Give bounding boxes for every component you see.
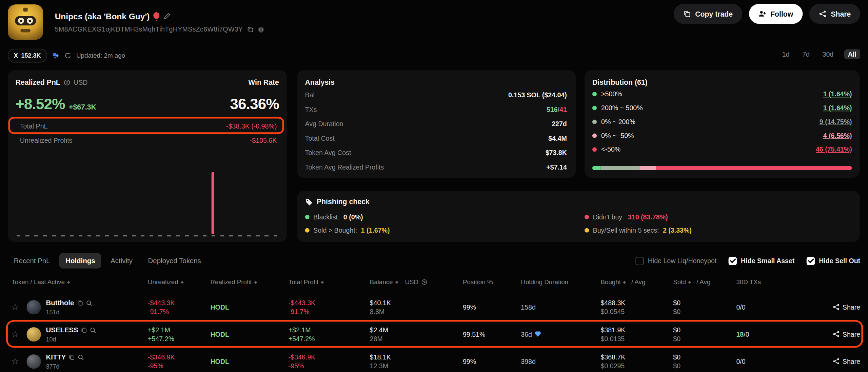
tab-deployed-tokens[interactable]: Deployed Tokens [142, 253, 207, 269]
distribution-count-link[interactable]: 9 (14.75%) [820, 118, 852, 126]
unrealized-profits-value: -$105.6K [250, 137, 277, 144]
share-button[interactable]: Share [809, 4, 860, 24]
distribution-row-1: 200% ~ 500% 1 (1.64%) [592, 104, 852, 112]
col-holding-duration[interactable]: Holding Duration [521, 278, 568, 285]
token-avatar[interactable] [26, 354, 41, 368]
copy-address-icon[interactable] [247, 26, 254, 33]
total-profit-cell: -$443.3K-91.7% [289, 298, 316, 316]
filter-hide-low-liq[interactable]: Hide Low Liq/Honeypot [636, 257, 716, 265]
x-twitter-icon: X [14, 52, 18, 59]
position-cell: 99% [463, 303, 476, 311]
txs-cell: 0/0 [736, 303, 745, 311]
profile-avatar [8, 4, 43, 40]
tab-recent-pnl[interactable]: Recent PnL [8, 253, 56, 269]
balance-cell: $18.1K12.3M [370, 352, 391, 370]
balance-cell: $40.1K8.8M [370, 298, 391, 316]
col-bought-avg[interactable]: Bought/ Avg [600, 278, 645, 285]
col-sold-avg[interactable]: Sold/ Avg [673, 278, 710, 285]
favorite-star-icon[interactable]: ☆ [11, 329, 19, 339]
token-last-active: 377d [46, 363, 84, 369]
total-profit-cell: +$2.1M+547.2% [289, 325, 315, 343]
bought-cell: $488.3K$0.0545 [600, 298, 625, 316]
filter-checkbox-1[interactable] [729, 257, 737, 265]
copy-token-icon[interactable] [81, 327, 87, 333]
tab-activity[interactable]: Activity [104, 253, 139, 269]
phishing-check-title: Phishing check [317, 198, 370, 206]
time-filter-all[interactable]: All [844, 49, 860, 59]
distribution-title: Distribution (61) [592, 78, 648, 86]
tag-icon [305, 198, 313, 206]
bubblemap-icon[interactable] [52, 52, 59, 59]
follow-button[interactable]: Follow [749, 4, 803, 24]
filter-hide-sell-out[interactable]: Hide Sell Out [807, 257, 860, 265]
token-name[interactable]: Butthole [46, 299, 74, 307]
table-row-2[interactable]: ☆ KITTY 377d -$346.9K-95% HODL -$346.9K-… [8, 348, 860, 372]
col-position[interactable]: Position % [463, 278, 493, 285]
distribution-count-link[interactable]: 1 (1.64%) [823, 104, 852, 112]
time-filter-30d[interactable]: 30d [820, 49, 836, 59]
col-total-profit[interactable]: Total Profit [289, 278, 325, 285]
row-share: Share [832, 330, 860, 338]
row-share-button[interactable]: Share [832, 303, 860, 311]
filter-checkbox-0[interactable] [636, 257, 644, 265]
status-dot-icon [585, 228, 589, 233]
token-avatar[interactable] [26, 327, 41, 341]
analysis-row-total-cost: Total Cost $4.4M [305, 135, 567, 142]
copy-trade-button[interactable]: Copy trade [674, 4, 742, 24]
gem-icon [534, 331, 541, 337]
col-token-last-active[interactable]: Token / Last Active [12, 278, 71, 285]
token-last-active: 10d [46, 335, 97, 342]
time-filter-7d[interactable]: 7d [800, 49, 812, 59]
currency-toggle-icon[interactable] [64, 79, 71, 86]
search-token-icon[interactable] [90, 327, 97, 333]
balance-cell: $2.4M28M [370, 325, 388, 343]
pnl-chart [17, 159, 280, 237]
edit-name-icon[interactable] [163, 13, 171, 20]
table-row-1[interactable]: ☆ USELESS 10d +$2.1M+547.2% HODL +$2.1M+… [8, 320, 860, 348]
search-token-icon[interactable] [78, 354, 84, 360]
copy-token-icon[interactable] [69, 354, 75, 360]
distribution-count-link[interactable]: 1 (1.64%) [823, 90, 852, 98]
row-share-button[interactable]: Share [832, 330, 860, 338]
token-name[interactable]: USELESS [46, 326, 78, 334]
row-share: Share [832, 303, 860, 311]
filter-hide-small-asset[interactable]: Hide Small Asset [729, 257, 794, 265]
table-filter-group: Hide Low Liq/Honeypot Hide Small Asset H… [636, 257, 860, 265]
txs-buy: 0 [736, 357, 740, 365]
analysis-panel: Analysis Bal 0.153 SOL ($24.04) TXs 516/… [297, 70, 576, 178]
explorer-icon[interactable] [257, 26, 264, 33]
distribution-row-0: >500% 1 (1.64%) [592, 90, 852, 98]
time-filter-1d[interactable]: 1d [780, 49, 792, 59]
analysis-row-token-avg-cost: Token Avg Cost $73.8K [305, 149, 567, 157]
distribution-count-link[interactable]: 46 (75.41%) [816, 145, 852, 153]
token-avatar[interactable] [26, 300, 41, 314]
sort-icon [254, 279, 258, 285]
twitter-followers-pill[interactable]: X 152.3K [8, 48, 47, 62]
sort-icon [688, 279, 692, 285]
currency-toggle-icon[interactable] [421, 279, 427, 285]
copy-token-icon[interactable] [77, 300, 83, 306]
col-unrealized[interactable]: Unrealized [148, 278, 185, 285]
col-30d-txs[interactable]: 30D TXs [736, 278, 761, 285]
range-dot-icon [592, 106, 597, 110]
col-realized-profit[interactable]: Realized Profit [210, 278, 258, 285]
position-cell: 99.51% [463, 330, 485, 338]
table-row-0[interactable]: ☆ Butthole 151d -$443.3K-91.7% HODL -$44… [8, 293, 860, 320]
row-share-button[interactable]: Share [832, 357, 860, 365]
refresh-icon[interactable] [64, 52, 71, 59]
distribution-count-link[interactable]: 4 (6.56%) [823, 132, 852, 140]
search-token-icon[interactable] [86, 299, 93, 306]
tab-holdings[interactable]: Holdings [59, 253, 101, 269]
favorite-star-icon[interactable]: ☆ [11, 356, 19, 366]
col-balance-usd[interactable]: Balance USD [370, 278, 428, 285]
sort-icon [321, 279, 325, 285]
token-name[interactable]: KITTY [46, 353, 66, 361]
filter-checkbox-2[interactable] [807, 257, 815, 265]
unrealized-profits-label: Unrealized Profits [20, 137, 73, 144]
favorite-star-icon[interactable]: ☆ [11, 302, 19, 312]
realized-pnl-amount: +$67.3K [69, 103, 96, 111]
analysis-title: Analysis [305, 78, 335, 86]
analysis-row-token-avg-realized: Token Avg Realized Profits +$7.14 [305, 163, 567, 171]
unrealized-cell: -$443.3K-91.7% [148, 298, 175, 316]
bought-cell: $368.7K$0.0295 [600, 352, 625, 370]
